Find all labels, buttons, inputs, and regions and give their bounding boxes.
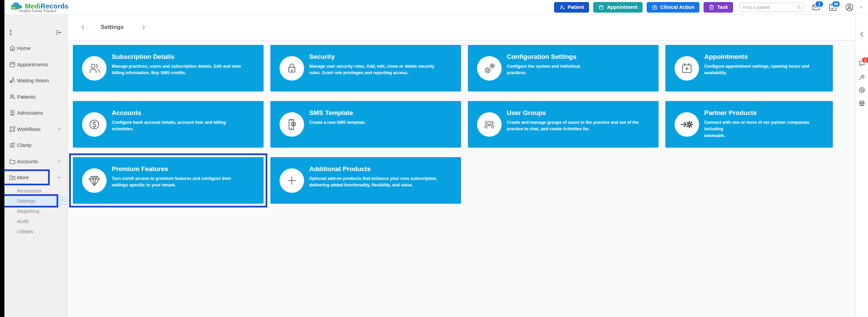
practice-name: Healthy Family Practice	[19, 9, 56, 13]
sidebar-item-home[interactable]: Home	[4, 40, 67, 56]
sidebar-subitem-audit[interactable]: Audit	[4, 216, 67, 227]
back-chevron-icon[interactable]	[80, 24, 86, 30]
clipboard-check-icon	[709, 4, 714, 10]
topbar-button-patient[interactable]: Patient	[554, 2, 589, 13]
calendar-plus-icon	[675, 56, 699, 81]
left-black-strip	[0, 0, 4, 317]
card-title: Partner Products	[704, 109, 827, 117]
card-title: User Groups	[507, 109, 652, 117]
sidebar-header	[4, 29, 67, 37]
card-appointments[interactable]: Appointments Configure appointment setti…	[665, 45, 833, 91]
diamond-icon	[82, 168, 107, 193]
plus-icon	[280, 168, 304, 193]
forward-chevron-icon[interactable]	[141, 24, 146, 30]
card-description: Configure the system and individual prac…	[507, 63, 652, 77]
sidebar-item-accounts[interactable]: Accounts	[4, 153, 67, 170]
card-partner-products[interactable]: Partner Products Connect with one or mor…	[665, 101, 833, 148]
sidebar-subitem-settings[interactable]: Settings	[4, 196, 67, 206]
resize-updown-icon[interactable]	[7, 29, 14, 36]
chevron-up-icon	[57, 175, 62, 180]
account-icon[interactable]	[845, 3, 854, 12]
chevron-down-icon	[57, 127, 62, 131]
dollar-icon	[82, 112, 107, 137]
home-icon	[9, 45, 16, 52]
card-accounts[interactable]: Accounts Configure bank account details,…	[73, 101, 264, 148]
card-title: Appointments	[704, 53, 827, 61]
appointments-badge: 99	[832, 1, 840, 7]
sidebar-subitem-reporting[interactable]: Reporting	[4, 206, 67, 216]
page-title: Settings	[101, 24, 124, 31]
rail-pin-icon[interactable]	[858, 74, 865, 81]
gears-icon	[477, 56, 502, 81]
card-title: SMS Template	[309, 109, 455, 117]
mail-badge: 1	[815, 1, 824, 7]
users-icon	[82, 56, 107, 81]
card-title: Premium Features	[112, 165, 257, 173]
card-description: Manage practices, users and subscription…	[112, 63, 257, 77]
sidebar: HomeAppointmentsWaiting RoomPatientsAdmi…	[4, 14, 68, 317]
rail-chat-icon[interactable]: 2	[858, 60, 865, 67]
sidebar-item-appointments[interactable]: Appointments	[4, 56, 67, 73]
admissions-icon	[9, 109, 16, 116]
workflows-icon	[9, 126, 16, 133]
content-header: Settings	[68, 14, 855, 40]
card-user-groups[interactable]: User Groups Create and manage groups of …	[468, 101, 659, 148]
card-description: Turn on/off access to premium features a…	[112, 176, 257, 189]
mail-icon[interactable]: 1	[811, 3, 821, 12]
card-description: Create and manage groups of users in the…	[507, 119, 652, 133]
patient-search	[739, 3, 804, 12]
appointments-tray-icon[interactable]: 99	[828, 3, 837, 12]
search-icon	[796, 4, 802, 10]
card-description: Configure bank account details, account …	[112, 119, 257, 133]
calendar-icon	[598, 4, 604, 10]
card-description: Optional add-on products that enhance yo…	[309, 176, 455, 189]
card-title: Accounts	[112, 109, 257, 117]
card-title: Subscription Details	[112, 53, 257, 61]
topbar-button-task[interactable]: Task	[704, 2, 733, 13]
chat-badge: 2	[861, 57, 868, 63]
topbar-button-appointment[interactable]: Appointment	[593, 2, 642, 13]
phone-message-icon	[280, 112, 304, 137]
sidebar-nav: HomeAppointmentsWaiting RoomPatientsAdmi…	[4, 40, 67, 186]
sidebar-item-clarity[interactable]: Clarity	[4, 137, 67, 153]
card-title: Additional Products	[309, 165, 455, 173]
card-additional-products[interactable]: Additional Products Optional add-on prod…	[270, 157, 461, 204]
person-plus-icon	[559, 4, 565, 10]
rail-store-icon[interactable]	[858, 100, 865, 107]
user-group-icon	[477, 112, 502, 137]
brand-chevron-down-icon[interactable]	[62, 5, 66, 10]
sidebar-item-waiting-room[interactable]: Waiting Room	[4, 72, 67, 89]
waiting-room-icon	[9, 77, 16, 84]
settings-card-grid: Subscription Details Manage practices, u…	[73, 45, 833, 204]
card-subscription-details[interactable]: Subscription Details Manage practices, u…	[73, 45, 264, 91]
card-title: Configuration Settings	[507, 53, 652, 61]
account-chevron-down-icon[interactable]	[859, 5, 863, 10]
card-description: Configure appointment settings, opening …	[704, 63, 827, 77]
gear-arrow-icon	[675, 112, 699, 137]
card-description: Create a new SMS template.	[309, 119, 455, 126]
card-configuration-settings[interactable]: Configuration Settings Configure the sys…	[468, 45, 659, 91]
card-premium-features[interactable]: Premium Features Turn on/off access to p…	[73, 157, 264, 204]
sidebar-subitem-resources[interactable]: Resources	[4, 186, 67, 196]
rail-collapse-icon[interactable]	[858, 31, 865, 38]
right-rail: 2	[855, 14, 868, 317]
card-title: Security	[309, 53, 455, 61]
calendar-icon	[9, 61, 16, 68]
sidebar-item-more[interactable]: More	[4, 169, 67, 186]
card-security[interactable]: Security Manage user security roles. Add…	[270, 45, 461, 91]
topbar: MediRecords Healthy Family Practice Pati…	[4, 0, 868, 15]
card-sms-template[interactable]: SMS Template Create a new SMS template.	[270, 101, 461, 148]
lock-icon	[280, 56, 304, 81]
topbar-actions: PatientAppointmentClinical ActionTask 1 …	[554, 0, 863, 14]
folder-plus-icon	[9, 174, 16, 181]
collapse-sidebar-icon[interactable]	[55, 29, 62, 36]
sidebar-item-patients[interactable]: Patients	[4, 89, 67, 105]
sidebar-item-workflows[interactable]: Workflows	[4, 121, 67, 137]
chevron-down-icon	[57, 159, 62, 164]
card-description: Connect with one or more of our partner …	[704, 119, 827, 139]
sidebar-item-admissions[interactable]: Admissions	[4, 105, 67, 121]
sidebar-subitem-utilities[interactable]: Utilities	[4, 227, 67, 237]
rail-mentions-icon[interactable]	[858, 86, 865, 94]
search-input[interactable]	[739, 3, 804, 12]
topbar-button-clinical-action[interactable]: Clinical Action	[647, 2, 699, 13]
